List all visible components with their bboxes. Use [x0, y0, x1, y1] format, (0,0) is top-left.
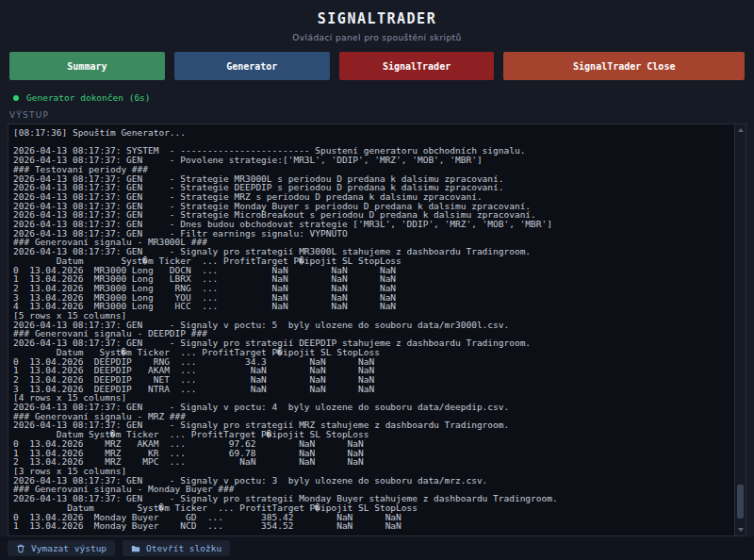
status-row: Generator dokončen (6s) [0, 92, 754, 103]
console-log-text: 2026-04-13 08:17:37: SYSTEM - ----------… [13, 146, 730, 531]
output-console[interactable]: [08:17:36] Spouštím Generator... 2026-04… [8, 124, 746, 536]
scrollbar-thumb[interactable] [737, 485, 744, 519]
signaltrader-button[interactable]: SignalTrader [339, 52, 495, 80]
footer-bar: Vymazat výstup Otevřít složku [0, 536, 754, 560]
folder-icon [131, 544, 140, 553]
status-text: Generator dokončen (6s) [26, 92, 151, 103]
signaltrader-close-button[interactable]: SignalTrader Close [503, 52, 745, 80]
console-first-line: [08:17:36] Spouštím Generator... [13, 128, 730, 138]
toolbar: Summary Generator SignalTrader SignalTra… [0, 52, 754, 80]
page-subtitle: Ovládací panel pro spouštění skriptů [0, 33, 754, 42]
scroll-down-icon[interactable] [735, 524, 746, 535]
console-scrollbar[interactable] [734, 124, 746, 535]
clear-output-label: Vymazat výstup [31, 543, 107, 553]
app-window: SIGNALTRADER Ovládací panel pro spouštěn… [0, 0, 754, 560]
summary-button[interactable]: Summary [9, 52, 165, 80]
output-section-label: VÝSTUP [9, 110, 754, 120]
clear-output-button[interactable]: Vymazat výstup [8, 540, 115, 556]
trash-icon [16, 544, 25, 553]
status-dot-icon [13, 95, 19, 101]
open-folder-label: Otevřít složku [146, 543, 221, 553]
scroll-up-icon[interactable] [735, 124, 746, 136]
page-title: SIGNALTRADER [0, 10, 754, 27]
header: SIGNALTRADER Ovládací panel pro spouštěn… [0, 0, 754, 42]
generator-button[interactable]: Generator [174, 52, 330, 80]
open-folder-button[interactable]: Otevřít složku [123, 540, 230, 556]
